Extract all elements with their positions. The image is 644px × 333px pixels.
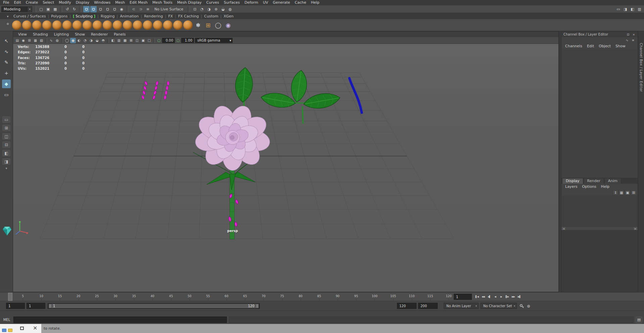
animation-start-field[interactable]: 1 [6, 303, 25, 309]
fill-brush-icon[interactable] [133, 20, 142, 30]
stamp-image-icon[interactable]: ◉ [224, 20, 233, 30]
channel-box-vertical-tab[interactable]: Channel Box / Layer Editor [639, 43, 643, 92]
gate-mask-icon[interactable]: ◫ [134, 38, 140, 43]
screen-space-ao-icon[interactable]: ◒ [94, 38, 100, 43]
relax-brush-icon[interactable] [32, 20, 42, 30]
no-live-surface-field[interactable]: No Live Surface [152, 7, 186, 11]
snap-to-grid-icon[interactable]: Ω [83, 6, 90, 12]
bookmark-icon[interactable]: ▦ [33, 38, 38, 43]
menu-display[interactable]: Display [73, 0, 92, 5]
render-settings-icon[interactable]: ⊛ [213, 6, 219, 12]
repeat-brush-icon[interactable] [93, 20, 102, 30]
select-tool-icon[interactable]: ↖ [2, 37, 11, 45]
go-to-start-button[interactable]: ▌◀ [474, 293, 480, 300]
scrape-brush-icon[interactable] [123, 20, 132, 30]
current-time-marker[interactable] [8, 293, 12, 301]
channel-settings-icon[interactable]: ≡ [631, 38, 636, 43]
playback-end-field[interactable]: 120 [397, 303, 416, 309]
channel-box-toggle-icon[interactable]: ▥ [636, 6, 643, 12]
layer-playback-icon[interactable]: ▦ [619, 190, 624, 195]
lock-camera-icon[interactable]: ◉ [20, 38, 26, 43]
time-slider[interactable]: 1 ▌◀◀◀◀▌◀▶▌▶▶▶▶▌ 51015202530354045505560… [0, 292, 644, 301]
viewport-menu-show[interactable]: Show [72, 32, 88, 37]
menu-windows[interactable]: Windows [92, 0, 113, 5]
single-pane-layout-icon[interactable]: ▭ [2, 116, 10, 123]
current-frame-field[interactable]: 1 [454, 294, 472, 300]
spray-brush-icon[interactable] [83, 20, 92, 30]
workspace-layout-icon[interactable]: ▭ [615, 6, 622, 12]
step-forward-key-button[interactable]: ▌▶ [504, 293, 510, 300]
step-back-frame-button[interactable]: ◀◀ [480, 293, 486, 300]
snap-to-view-plane-icon[interactable]: Ω [111, 6, 118, 12]
foamy-brush-icon[interactable] [72, 20, 82, 30]
resolution-gate-icon[interactable]: ⊠ [128, 38, 134, 43]
menu-select[interactable]: Select [40, 0, 56, 5]
render-setup-icon[interactable]: ◒ [220, 6, 226, 12]
tool-settings-toggle-icon[interactable]: ◧ [629, 6, 636, 12]
layer-editor-menu-layers[interactable]: Layers [563, 184, 580, 189]
shadows-icon[interactable]: ◑ [88, 38, 94, 43]
flatten-brush-icon[interactable] [62, 20, 72, 30]
playback-range-bar[interactable]: 1 120 [49, 304, 259, 308]
undo-icon[interactable]: ↺ [64, 6, 70, 12]
pinch-brush-icon[interactable] [52, 20, 62, 30]
viewport-canvas[interactable] [13, 44, 558, 292]
channel-display-icon[interactable]: ∿ [625, 38, 630, 43]
float-panel-icon[interactable]: ⊡ [626, 32, 631, 37]
menu-cache[interactable]: Cache [292, 0, 308, 5]
play-backwards-button[interactable]: ◀ [492, 293, 498, 300]
safe-action-icon[interactable]: ▣ [140, 38, 146, 43]
viewport-menu-lighting[interactable]: Lighting [51, 32, 72, 37]
create-layer-from-selected-icon[interactable]: ▣ [625, 190, 630, 195]
channel-list-area[interactable] [562, 49, 637, 178]
menu-modify[interactable]: Modify [56, 0, 73, 5]
channel-box-menu-channels[interactable]: Channels [563, 44, 585, 48]
layout-more-icon[interactable]: ▾ [6, 167, 7, 170]
shelf-tab-sculpting[interactable]: [Sculpting] [71, 14, 97, 18]
construction-history-icon[interactable]: ≡ [145, 6, 151, 12]
layer-visibility-icon[interactable]: ↕ [613, 190, 618, 195]
step-back-key-button[interactable]: ◀▌ [486, 293, 492, 300]
folder-icon[interactable] [8, 329, 12, 332]
auto-keyframe-icon[interactable] [519, 303, 525, 309]
character-set-select[interactable]: No Character Set ▾ [481, 303, 517, 309]
script-editor-icon[interactable]: ▤ [636, 317, 642, 323]
amplify-brush-icon[interactable] [173, 20, 183, 30]
sculpt-sphere-icon[interactable]: ◯ [213, 20, 223, 30]
menu-edit-mesh[interactable]: Edit Mesh [127, 0, 150, 5]
gamma-field[interactable]: 1.00 [181, 38, 194, 43]
shelf-tab-menu-icon[interactable]: ▾ [5, 14, 10, 19]
open-scene-icon[interactable]: ▣ [45, 6, 51, 12]
shelf-tab-rendering[interactable]: Rendering [142, 14, 165, 18]
shelf-tab-rigging[interactable]: Rigging [99, 14, 117, 18]
shelf-tab-xgen[interactable]: XGen [221, 14, 236, 18]
range-start-handle[interactable] [49, 304, 52, 308]
freeze-selection-icon[interactable]: ❄ [193, 20, 203, 30]
step-forward-frame-button[interactable]: ▶▶ [510, 293, 516, 300]
shelf-tab-polygons[interactable]: Polygons [49, 14, 69, 18]
2d-pan-zoom-icon[interactable]: ∿ [48, 38, 54, 43]
shelf-options-gear-icon[interactable]: ⊛ [5, 21, 10, 26]
close-window-icon[interactable]: × [33, 325, 37, 331]
bulge-brush-icon[interactable] [163, 20, 172, 30]
channel-box-menu-show[interactable]: Show [613, 44, 628, 48]
channel-box-menu-edit[interactable]: Edit [585, 44, 596, 48]
menu-surfaces[interactable]: Surfaces [221, 0, 242, 5]
open-render-view-icon[interactable]: ⊡ [192, 6, 198, 12]
attribute-editor-toggle-icon[interactable]: ◨ [622, 6, 629, 12]
menu-file[interactable]: File [1, 0, 11, 5]
mesh-grid-icon[interactable]: ⊞ [203, 20, 213, 30]
knife-brush-icon[interactable] [143, 20, 152, 30]
select-camera-icon[interactable]: ▤ [14, 38, 20, 43]
restore-window-icon[interactable] [20, 327, 24, 330]
xray-icon[interactable]: ▥ [116, 38, 122, 43]
viewport-menu-renderer[interactable]: Renderer [88, 32, 111, 37]
freeze-brush-icon[interactable] [183, 20, 193, 30]
lasso-tool-icon[interactable]: ∿ [2, 47, 11, 56]
panel-divider[interactable] [559, 31, 561, 292]
snap-to-curve-icon[interactable]: Ω [90, 6, 97, 12]
menu-mesh-tools[interactable]: Mesh Tools [150, 0, 175, 5]
viewport-menu-panels[interactable]: Panels [111, 32, 129, 37]
grab-brush-icon[interactable] [42, 20, 52, 30]
menu-create[interactable]: Create [23, 0, 41, 5]
